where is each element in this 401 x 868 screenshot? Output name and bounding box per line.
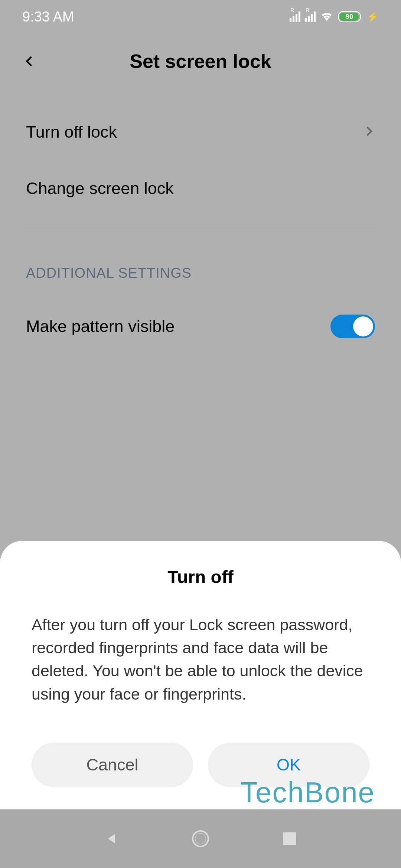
status-bar: 9:33 AM 90 ⚡ — [0, 0, 401, 33]
item-label: Change screen lock — [26, 179, 174, 198]
cancel-button[interactable]: Cancel — [32, 743, 193, 787]
page-title: Set screen lock — [0, 50, 401, 72]
item-change-screen-lock[interactable]: Change screen lock — [0, 160, 401, 217]
confirm-dialog: Turn off After you turn off your Lock sc… — [0, 541, 401, 809]
navigation-bar — [0, 809, 401, 868]
status-time: 9:33 AM — [22, 9, 74, 25]
dialog-body: After you turn off your Lock screen pass… — [32, 613, 369, 706]
titlebar: Set screen lock — [0, 33, 401, 89]
nav-back-button[interactable] — [102, 830, 120, 848]
toggle-knob — [353, 316, 373, 336]
nav-home-button[interactable] — [192, 830, 209, 848]
dialog-title: Turn off — [32, 567, 369, 587]
status-icons: 90 ⚡ — [290, 9, 379, 24]
nav-recent-button[interactable] — [281, 830, 299, 848]
item-label: Turn off lock — [26, 122, 117, 142]
watermark: TechBone — [240, 776, 375, 809]
section-header-additional: ADDITIONAL SETTINGS — [0, 228, 401, 296]
chevron-right-icon — [362, 125, 375, 139]
signal-sim2-icon — [305, 11, 316, 22]
charging-icon: ⚡ — [367, 11, 379, 23]
settings-list: Turn off lock Change screen lock ADDITIO… — [0, 89, 401, 357]
item-turn-off-lock[interactable]: Turn off lock — [0, 104, 401, 160]
battery-icon: 90 — [338, 11, 361, 22]
wifi-icon — [320, 9, 333, 24]
toggle-pattern-visible[interactable] — [330, 315, 375, 338]
item-label: Make pattern visible — [26, 317, 175, 336]
item-make-pattern-visible[interactable]: Make pattern visible — [0, 296, 401, 357]
signal-sim1-icon — [290, 11, 300, 22]
